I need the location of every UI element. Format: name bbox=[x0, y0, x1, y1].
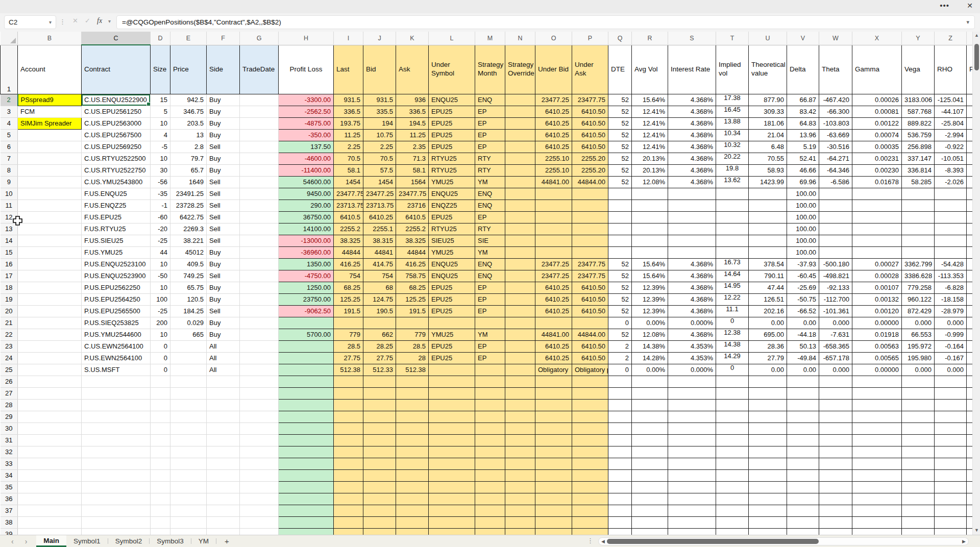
cell-D19[interactable]: 100 bbox=[151, 293, 170, 305]
cell-F17[interactable]: Sell bbox=[207, 270, 240, 282]
header-cell-Q1[interactable]: DTE bbox=[608, 45, 632, 94]
cell-B5[interactable] bbox=[18, 129, 82, 141]
cell-V36[interactable] bbox=[787, 493, 819, 505]
cell-N36[interactable] bbox=[505, 493, 535, 505]
cell-R30[interactable] bbox=[632, 422, 668, 434]
cell-D28[interactable] bbox=[151, 399, 170, 411]
cell-R12[interactable] bbox=[632, 211, 668, 223]
header-cell-V1[interactable]: Delta bbox=[787, 45, 819, 94]
cell-K39[interactable] bbox=[396, 528, 429, 535]
cell-M17[interactable]: ENQ bbox=[475, 270, 505, 282]
cell-D39[interactable] bbox=[151, 528, 170, 535]
cell-J8[interactable]: 57.5 bbox=[363, 164, 396, 176]
cell-M37[interactable] bbox=[475, 505, 505, 516]
cell-B38[interactable] bbox=[18, 516, 82, 528]
cell-J14[interactable]: 38.315 bbox=[363, 235, 396, 246]
cell-U25[interactable]: 0.00 bbox=[749, 364, 787, 376]
cell-L28[interactable] bbox=[429, 399, 475, 411]
cell-E7[interactable]: 79.7 bbox=[170, 153, 207, 164]
row-header-19[interactable]: 19 bbox=[1, 293, 18, 305]
cell-Y27[interactable] bbox=[902, 387, 935, 399]
cell-T35[interactable] bbox=[716, 481, 749, 493]
cell-O5[interactable]: 6410.25 bbox=[535, 129, 572, 141]
cell-G17[interactable] bbox=[240, 270, 279, 282]
cell-O19[interactable]: 6410.25 bbox=[535, 293, 572, 305]
cell-G18[interactable] bbox=[240, 282, 279, 293]
scroll-down-icon[interactable]: ▼ bbox=[973, 528, 980, 533]
cell-E25[interactable] bbox=[170, 364, 207, 376]
cell-M20[interactable]: EP bbox=[475, 305, 505, 317]
cell-L11[interactable]: ENQZ25 bbox=[429, 200, 475, 211]
cell-F24[interactable]: All bbox=[207, 352, 240, 364]
cell-V11[interactable]: 100.00 bbox=[787, 200, 819, 211]
cell-I12[interactable]: 6410.5 bbox=[334, 211, 363, 223]
cell-Z24[interactable]: -0.167 bbox=[935, 352, 967, 364]
cell-K26[interactable] bbox=[396, 376, 429, 387]
cell-G13[interactable] bbox=[240, 223, 279, 235]
cell-L34[interactable] bbox=[429, 469, 475, 481]
cell-C12[interactable]: F.US.EPU25 bbox=[82, 211, 151, 223]
cell-B26[interactable] bbox=[18, 376, 82, 387]
cell-B37[interactable] bbox=[18, 505, 82, 516]
cell-Y38[interactable] bbox=[902, 516, 935, 528]
cell-D35[interactable] bbox=[151, 481, 170, 493]
cell-H38[interactable] bbox=[279, 516, 334, 528]
cell-D5[interactable]: 4 bbox=[151, 129, 170, 141]
cell-I3[interactable]: 336.5 bbox=[334, 106, 363, 117]
cell-M16[interactable]: ENQ bbox=[475, 258, 505, 270]
cell-D24[interactable]: 0 bbox=[151, 352, 170, 364]
cell-M24[interactable]: EP bbox=[475, 352, 505, 364]
cell-I26[interactable] bbox=[334, 376, 363, 387]
cell-S19[interactable]: 4.368% bbox=[668, 293, 716, 305]
cell-W35[interactable] bbox=[819, 481, 852, 493]
cell-I25[interactable]: 512.38 bbox=[334, 364, 363, 376]
cell-H21[interactable] bbox=[279, 317, 334, 329]
tab-main[interactable]: Main bbox=[36, 535, 66, 547]
cell-C13[interactable]: F.US.RTYU25 bbox=[82, 223, 151, 235]
cell-R8[interactable]: 20.13% bbox=[632, 164, 668, 176]
cell-E24[interactable] bbox=[170, 352, 207, 364]
row-header-29[interactable]: 29 bbox=[1, 411, 18, 422]
cell-V32[interactable] bbox=[787, 446, 819, 458]
cell-E18[interactable]: 65.75 bbox=[170, 282, 207, 293]
cell-G16[interactable] bbox=[240, 258, 279, 270]
cell-X38[interactable] bbox=[852, 516, 902, 528]
cell-R6[interactable]: 12.41% bbox=[632, 141, 668, 153]
cell-X27[interactable] bbox=[852, 387, 902, 399]
row-header-14[interactable]: 14 bbox=[1, 235, 18, 246]
cell-I37[interactable] bbox=[334, 505, 363, 516]
cell-P21[interactable] bbox=[572, 317, 608, 329]
cell-G27[interactable] bbox=[240, 387, 279, 399]
cell-X32[interactable] bbox=[852, 446, 902, 458]
cell-B3[interactable]: FCM bbox=[18, 106, 82, 117]
cell-Z32[interactable] bbox=[935, 446, 967, 458]
cell-E10[interactable]: 23491.25 bbox=[170, 188, 207, 200]
cell-U33[interactable] bbox=[749, 458, 787, 469]
cell-H15[interactable]: -36960.00 bbox=[279, 246, 334, 258]
cell-I38[interactable] bbox=[334, 516, 363, 528]
cell-P14[interactable] bbox=[572, 235, 608, 246]
cell-R20[interactable]: 12.39% bbox=[632, 305, 668, 317]
row-header-30[interactable]: 30 bbox=[1, 422, 18, 434]
cell-M15[interactable]: YM bbox=[475, 246, 505, 258]
cell-Y7[interactable]: 337.147 bbox=[902, 153, 935, 164]
cell-Y22[interactable]: 66.553 bbox=[902, 329, 935, 340]
cell-L25[interactable] bbox=[429, 364, 475, 376]
cell-X31[interactable] bbox=[852, 434, 902, 446]
cell-W8[interactable]: -64.346 bbox=[819, 164, 852, 176]
cell-R15[interactable] bbox=[632, 246, 668, 258]
cell-Q5[interactable]: 52 bbox=[608, 129, 632, 141]
cell-I20[interactable]: 191.5 bbox=[334, 305, 363, 317]
cell-T4[interactable]: 13.88 bbox=[716, 117, 749, 129]
cell-B8[interactable] bbox=[18, 164, 82, 176]
cell-X17[interactable]: 0.00028 bbox=[852, 270, 902, 282]
row-header-10[interactable]: 10 bbox=[1, 188, 18, 200]
cell-H35[interactable] bbox=[279, 481, 334, 493]
cell-N2[interactable] bbox=[505, 94, 535, 106]
horizontal-scrollbar-thumb[interactable] bbox=[607, 539, 819, 544]
cell-P30[interactable] bbox=[572, 422, 608, 434]
cell-N29[interactable] bbox=[505, 411, 535, 422]
cell-K6[interactable]: 2.35 bbox=[396, 141, 429, 153]
cell-L22[interactable]: YMU25 bbox=[429, 329, 475, 340]
column-header-E[interactable]: E bbox=[170, 32, 207, 45]
